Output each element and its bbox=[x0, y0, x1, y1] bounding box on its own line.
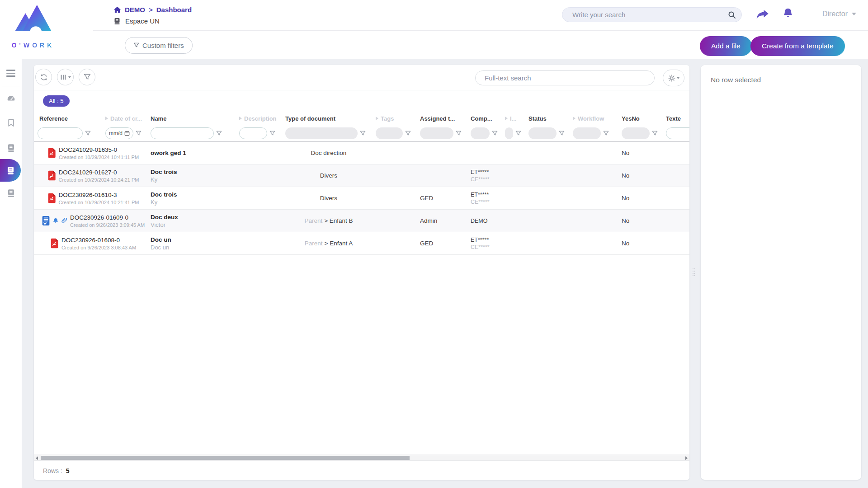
scrollbar-thumb[interactable] bbox=[41, 456, 410, 460]
fulltext-search-input[interactable] bbox=[476, 71, 654, 85]
filter-button[interactable] bbox=[79, 69, 95, 85]
column-label: Reference bbox=[39, 115, 68, 122]
horizontal-scrollbar[interactable] bbox=[34, 455, 689, 461]
filter-funnel-icon[interactable] bbox=[405, 131, 411, 136]
column-header-i[interactable]: I... bbox=[501, 115, 525, 122]
filter-disabled-assigned bbox=[420, 127, 453, 139]
sidebar-item-archive[interactable] bbox=[0, 185, 22, 201]
mountain-logo-icon bbox=[13, 2, 53, 39]
filter-input-name[interactable] bbox=[151, 127, 214, 139]
table-row[interactable]: DOC230926-01610-3 Created on 10/29/2024 … bbox=[34, 187, 689, 210]
chevron-down-icon bbox=[677, 77, 679, 79]
notifications-bell-icon[interactable] bbox=[782, 7, 794, 20]
expand-arrow-icon[interactable] bbox=[376, 117, 378, 120]
expand-arrow-icon[interactable] bbox=[239, 117, 242, 120]
filter-funnel-icon[interactable] bbox=[492, 131, 498, 136]
filter-funnel-icon[interactable] bbox=[85, 131, 91, 136]
search-icon[interactable] bbox=[728, 11, 736, 19]
table-filter-row: mm/d bbox=[34, 126, 689, 142]
date-placeholder: mm/d bbox=[109, 130, 123, 136]
column-header-status[interactable]: Status bbox=[525, 115, 569, 122]
row-type: Divers bbox=[320, 172, 337, 179]
breadcrumb-current[interactable]: Dashboard bbox=[156, 6, 192, 14]
row-type: > Enfant A bbox=[325, 240, 353, 247]
column-header-yesno[interactable]: YesNo bbox=[618, 115, 662, 122]
user-role-menu[interactable]: Director bbox=[822, 10, 856, 18]
breadcrumb-root[interactable]: DEMO bbox=[125, 6, 145, 14]
app-logo[interactable]: O'WORK bbox=[6, 2, 60, 49]
detail-panel: No row selected bbox=[701, 65, 861, 480]
row-yesno: No bbox=[618, 187, 662, 209]
all-count-badge[interactable]: All : 5 bbox=[43, 95, 70, 107]
table-row[interactable]: DOC230926-01608-0 Created on 9/26/2023 3… bbox=[34, 232, 689, 255]
filter-funnel-icon[interactable] bbox=[603, 131, 609, 136]
filter-chips-row: All : 5 bbox=[34, 90, 689, 111]
filter-funnel-icon[interactable] bbox=[559, 131, 565, 136]
filter-funnel-icon[interactable] bbox=[456, 131, 462, 136]
row-reference: DOC241029-01635-0 bbox=[59, 146, 139, 153]
column-header-company[interactable]: Comp... bbox=[467, 115, 501, 122]
column-header-type-of-document[interactable]: Type of document bbox=[282, 115, 372, 122]
sidebar-item-bookmarks[interactable] bbox=[0, 114, 22, 131]
share-icon[interactable] bbox=[756, 8, 769, 20]
column-header-workflow[interactable]: Workflow bbox=[569, 115, 618, 122]
row-assigned bbox=[416, 164, 467, 187]
calendar-icon[interactable] bbox=[124, 131, 130, 136]
filter-date-input[interactable]: mm/d bbox=[105, 127, 133, 139]
scroll-left-arrow-icon[interactable] bbox=[36, 456, 38, 460]
sidebar-item-documents-active[interactable] bbox=[0, 159, 21, 182]
filter-funnel-icon[interactable] bbox=[360, 131, 366, 136]
hamburger-icon bbox=[6, 70, 15, 76]
column-header-date-of-creation[interactable]: Date of cr... bbox=[102, 115, 147, 122]
row-type: Doc direction bbox=[311, 150, 347, 156]
column-header-description[interactable]: Description bbox=[236, 115, 282, 122]
row-name: owork ged 1 bbox=[151, 150, 236, 156]
pdf-file-icon bbox=[47, 193, 56, 203]
expand-arrow-icon[interactable] bbox=[573, 117, 576, 120]
filter-funnel-icon[interactable] bbox=[136, 131, 142, 136]
column-header-tags[interactable]: Tags bbox=[372, 115, 416, 122]
column-header-texte[interactable]: Texte bbox=[662, 115, 689, 122]
sidebar-menu-toggle[interactable] bbox=[0, 65, 22, 81]
scroll-right-arrow-icon[interactable] bbox=[685, 456, 688, 460]
create-from-template-button[interactable]: Create from a template bbox=[750, 36, 845, 56]
add-file-button[interactable]: Add a file bbox=[700, 36, 752, 56]
no-row-selected-message: No row selected bbox=[701, 65, 861, 84]
grid-settings-button[interactable] bbox=[663, 70, 684, 86]
global-search-input[interactable] bbox=[572, 8, 722, 22]
sidebar-item-dashboard[interactable] bbox=[0, 90, 22, 106]
columns-icon bbox=[60, 74, 67, 81]
table-row[interactable]: DOC241029-01627-0 Created on 10/29/2024 … bbox=[34, 164, 689, 187]
column-header-assigned-to[interactable]: Assigned t... bbox=[416, 115, 467, 122]
filter-disabled-status bbox=[528, 127, 557, 139]
row-company: ET***** bbox=[471, 192, 501, 198]
row-type-parent: Parent bbox=[305, 240, 323, 247]
filter-input-texte[interactable] bbox=[666, 127, 689, 139]
gear-icon bbox=[668, 75, 675, 82]
filter-disabled-workflow bbox=[573, 127, 601, 139]
user-role-label: Director bbox=[822, 10, 848, 18]
row-name: Doc deux bbox=[151, 214, 236, 221]
filter-funnel-icon[interactable] bbox=[216, 131, 222, 136]
expand-arrow-icon[interactable] bbox=[505, 117, 508, 120]
filter-funnel-icon[interactable] bbox=[652, 131, 658, 136]
expand-arrow-icon[interactable] bbox=[105, 117, 108, 120]
filter-funnel-icon[interactable] bbox=[515, 131, 521, 136]
row-company-sub: CE***** bbox=[471, 244, 501, 250]
sidebar-item-library[interactable] bbox=[0, 140, 22, 156]
documents-grid-card: All : 5 Reference Date of cr... Name Des… bbox=[34, 65, 689, 480]
home-icon[interactable] bbox=[113, 6, 121, 13]
row-created-date: Created on 9/26/2023 3:09:45 AM bbox=[70, 222, 145, 228]
filter-input-description[interactable] bbox=[239, 127, 267, 139]
custom-filters-button[interactable]: Custom filters bbox=[125, 37, 193, 54]
column-header-name[interactable]: Name bbox=[147, 115, 236, 122]
refresh-button[interactable] bbox=[35, 69, 52, 85]
table-row[interactable]: DOC241029-01635-0 Created on 10/29/2024 … bbox=[34, 142, 689, 164]
column-header-reference[interactable]: Reference bbox=[34, 115, 102, 122]
filter-funnel-icon[interactable] bbox=[269, 131, 275, 136]
filter-input-reference[interactable] bbox=[38, 127, 83, 139]
columns-button[interactable] bbox=[57, 69, 74, 85]
pdf-file-icon bbox=[47, 148, 56, 158]
table-row[interactable]: DOC230926-01609-0 Created on 9/26/2023 3… bbox=[34, 210, 689, 232]
panel-resize-handle[interactable] bbox=[693, 268, 695, 277]
